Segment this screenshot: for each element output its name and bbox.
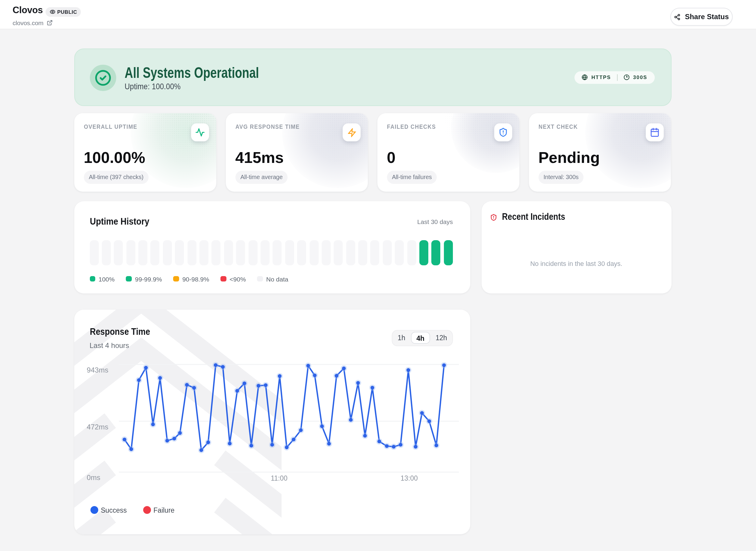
svg-text:472ms: 472ms	[87, 423, 108, 431]
svg-text:13:00: 13:00	[400, 475, 418, 482]
svg-text:11:00: 11:00	[271, 475, 288, 482]
svg-text:943ms: 943ms	[87, 366, 108, 374]
svg-text:0ms: 0ms	[87, 474, 100, 482]
